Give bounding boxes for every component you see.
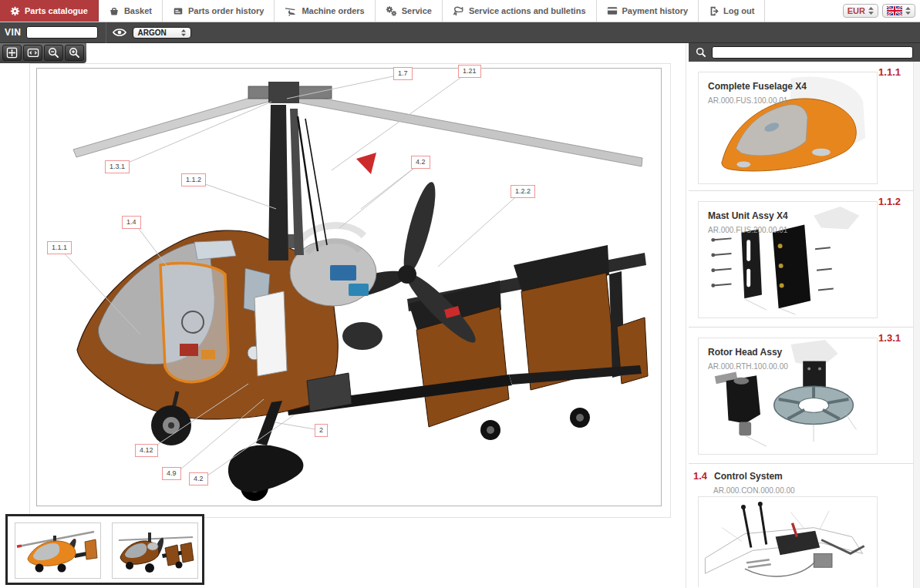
callout-1-21[interactable]: 1.21 xyxy=(458,65,481,78)
callout-1-4[interactable]: 1.4 xyxy=(122,216,141,229)
callout-1-3-1[interactable]: 1.3.1 xyxy=(105,160,130,173)
header-controls: EUR xyxy=(843,0,920,22)
uk-flag-icon xyxy=(887,6,902,15)
zoom-in-button[interactable] xyxy=(65,45,84,61)
gyrocopter-side-thumbnail xyxy=(15,523,100,578)
part-card: Mast Unit Assy X4 AR.000.FUS.200.00.01 xyxy=(698,201,878,318)
part-item-complete-fuselage[interactable]: 1.1.1 Complete Fuselage X4 AR.000.FUS.10… xyxy=(689,62,913,191)
credit-card-icon xyxy=(607,6,618,15)
part-item-header: 1.4 Control System xyxy=(693,470,783,482)
control-system-part-image xyxy=(699,497,877,587)
parts-sidebar: 1.1.1 Complete Fuselage X4 AR.000.FUS.10… xyxy=(689,43,920,588)
divider xyxy=(106,22,106,43)
tab-service[interactable]: Service xyxy=(376,0,443,22)
fit-width-button[interactable] xyxy=(23,45,42,61)
select-spinner-icon xyxy=(905,7,911,15)
tab-label: Basket xyxy=(124,6,152,15)
fit-to-screen-icon xyxy=(6,47,18,59)
part-card: Complete Fuselage X4 AR.000.FUS.100.00.0… xyxy=(698,72,878,184)
view-thumbnails xyxy=(5,514,204,585)
callout-1-2-2[interactable]: 1.2.2 xyxy=(511,185,535,198)
select-spinner-icon xyxy=(868,7,874,15)
currency-value: EUR xyxy=(848,6,865,15)
language-select[interactable] xyxy=(882,4,915,18)
bulletin-icon xyxy=(453,5,464,16)
part-number: AR.000.FUS.100.00.01 xyxy=(708,96,877,105)
vin-bar: VIN ARGON xyxy=(0,22,920,43)
zoom-in-icon xyxy=(69,47,80,59)
vin-label: VIN xyxy=(5,27,22,38)
part-card xyxy=(698,496,878,587)
callout-1-1-2[interactable]: 1.1.2 xyxy=(181,173,206,186)
part-title: Control System xyxy=(714,471,783,482)
zoom-out-icon xyxy=(48,47,59,59)
top-navigation: Parts catalogue Basket Parts order histo… xyxy=(0,0,920,22)
gear-icon xyxy=(10,6,20,16)
gyrocopter-diagram[interactable] xyxy=(0,43,686,588)
tab-label: Machine orders xyxy=(302,6,364,15)
tab-parts-catalogue[interactable]: Parts catalogue xyxy=(0,0,99,22)
sidebar-scrollbar[interactable] xyxy=(913,62,920,588)
tab-label: Payment history xyxy=(622,6,689,15)
viewer-toolbar xyxy=(0,43,86,63)
eye-icon[interactable] xyxy=(113,28,126,37)
parts-search-input[interactable] xyxy=(712,46,913,59)
sidebar-search-bar xyxy=(689,43,920,62)
callout-4-2-a[interactable]: 4.2 xyxy=(411,156,430,169)
tab-label: Parts order history xyxy=(188,6,264,15)
order-history-icon xyxy=(173,6,184,16)
tab-service-actions-bulletins[interactable]: Service actions and bulletins xyxy=(443,0,597,22)
tab-label: Log out xyxy=(723,6,754,15)
fit-width-icon xyxy=(27,48,39,58)
part-item-control-system[interactable]: 1.4 Control System AR.000.CON.000.00.00 xyxy=(689,464,913,587)
tab-parts-order-history[interactable]: Parts order history xyxy=(163,0,275,22)
callout-1-7[interactable]: 1.7 xyxy=(393,67,413,80)
part-code: 1.3.1 xyxy=(878,332,901,344)
part-code: 1.1.2 xyxy=(878,196,901,207)
helicopter-icon xyxy=(285,6,297,16)
zoom-out-button[interactable] xyxy=(44,45,63,61)
search-icon xyxy=(696,47,706,58)
tab-basket[interactable]: Basket xyxy=(99,0,163,22)
part-card: Rotor Head Assy AR.000.RTH.100.00.00 xyxy=(698,338,878,455)
content: 1.7 1.21 1.3.1 1.1.2 4.2 1.2.2 1.4 1.1.1… xyxy=(0,43,920,588)
currency-select[interactable]: EUR xyxy=(843,4,878,18)
fit-to-screen-button[interactable] xyxy=(2,45,22,61)
tab-label: Parts catalogue xyxy=(25,6,88,15)
gears-icon xyxy=(386,5,397,16)
part-number: AR.000.FUS.200.00.01 xyxy=(708,226,877,234)
model-select[interactable]: ARGON xyxy=(133,27,191,39)
callout-4-12[interactable]: 4.12 xyxy=(135,444,158,457)
basket-icon xyxy=(109,6,120,16)
part-item-rotor-head[interactable]: 1.3.1 Rotor Head xyxy=(689,328,913,464)
callout-1-1-1[interactable]: 1.1.1 xyxy=(47,241,72,254)
select-spinner-icon xyxy=(181,29,186,36)
diagram-viewer: 1.7 1.21 1.3.1 1.1.2 4.2 1.2.2 1.4 1.1.1… xyxy=(0,43,686,588)
logout-icon xyxy=(709,6,719,16)
tab-machine-orders[interactable]: Machine orders xyxy=(275,0,375,22)
part-code: 1.1.1 xyxy=(878,66,901,78)
callout-4-2-b[interactable]: 4.2 xyxy=(189,472,208,486)
callout-4-9[interactable]: 4.9 xyxy=(162,467,181,480)
thumbnail-side-view[interactable] xyxy=(15,522,101,579)
gyrocopter-detail-thumbnail xyxy=(113,523,197,578)
part-number: AR.000.CON.000.00.00 xyxy=(713,486,795,495)
tab-label: Service actions and bulletins xyxy=(469,6,586,15)
thumbnail-exploded-view[interactable] xyxy=(112,522,198,579)
part-number: AR.000.RTH.100.00.00 xyxy=(708,362,877,371)
callout-2[interactable]: 2 xyxy=(315,424,328,437)
tab-label: Service xyxy=(402,6,432,15)
parts-list: 1.1.1 Complete Fuselage X4 AR.000.FUS.10… xyxy=(689,62,913,588)
vin-input[interactable] xyxy=(26,26,98,39)
tab-payment-history[interactable]: Payment history xyxy=(597,0,699,22)
part-title: Complete Fuselage X4 xyxy=(708,81,877,92)
part-title: Rotor Head Assy xyxy=(708,347,877,358)
part-title: Mast Unit Assy X4 xyxy=(708,210,877,221)
tab-log-out[interactable]: Log out xyxy=(699,0,765,22)
part-item-mast-unit[interactable]: 1.1.2 Mast Unit Assy X4 xyxy=(689,191,913,328)
part-code: 1.4 xyxy=(693,470,707,482)
model-select-value: ARGON xyxy=(138,29,175,37)
